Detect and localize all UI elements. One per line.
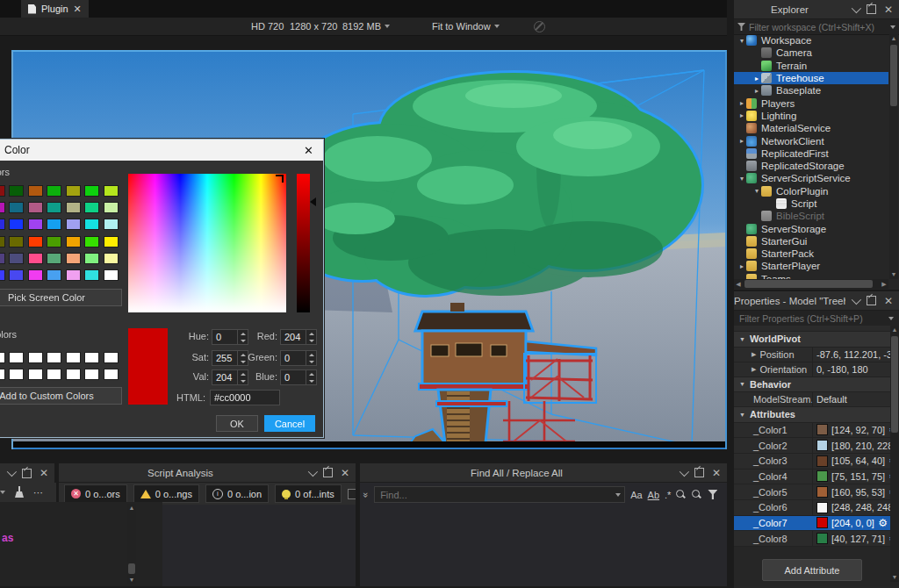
regex-button[interactable]: .* xyxy=(665,490,671,500)
basic-color-swatch[interactable] xyxy=(0,253,5,264)
basic-color-swatch[interactable] xyxy=(28,202,43,213)
basic-color-swatch[interactable] xyxy=(47,219,61,230)
explorer-item-networkclient[interactable]: ▸NetworkClient xyxy=(734,134,888,147)
custom-color-swatch[interactable] xyxy=(9,369,24,380)
chevron-collapsed-icon[interactable]: ▸ xyxy=(737,99,746,107)
close-icon[interactable]: ✕ xyxy=(712,468,721,478)
basic-color-swatch[interactable] xyxy=(9,202,24,213)
filter-results-icon[interactable] xyxy=(708,490,717,499)
explorer-item-camera[interactable]: Camera xyxy=(734,47,888,59)
custom-color-swatch[interactable] xyxy=(66,369,81,380)
explorer-item-workspace[interactable]: ▾Workspace xyxy=(734,34,888,47)
basic-color-swatch[interactable] xyxy=(47,202,61,213)
explorer-item-players[interactable]: ▸Players xyxy=(734,97,888,109)
more-options-icon[interactable]: ⋯ xyxy=(33,487,44,498)
basic-color-swatch[interactable] xyxy=(28,185,43,197)
attribute-value-cell[interactable]: [248, 248, 248]⚙ xyxy=(813,502,890,513)
properties-filter[interactable] xyxy=(734,311,899,326)
chevron-expanded-icon[interactable]: ▾ xyxy=(752,187,761,195)
explorer-item-materialservice[interactable]: MaterialService xyxy=(734,122,888,134)
basic-color-swatch[interactable] xyxy=(0,202,5,213)
basic-color-swatch[interactable] xyxy=(28,269,43,281)
chevron-down-icon[interactable] xyxy=(888,317,894,320)
attribute-row-color4[interactable]: _Color4[75, 151, 75]⚙ xyxy=(734,470,890,485)
close-icon[interactable]: ✕ xyxy=(884,296,893,306)
find-input-wrap[interactable] xyxy=(374,486,625,503)
basic-color-swatch[interactable] xyxy=(104,219,119,230)
basic-color-swatch[interactable] xyxy=(9,185,24,197)
attribute-value-cell[interactable]: [180, 210, 228]⚙ xyxy=(813,440,890,451)
custom-color-swatch[interactable] xyxy=(0,352,5,363)
explorer-item-baseplate[interactable]: ▸Baseplate xyxy=(734,84,888,97)
hue-saturation-gradient[interactable] xyxy=(128,174,286,312)
replace-all-icon[interactable] xyxy=(692,490,702,500)
attribute-value-cell[interactable]: [204, 0, 0]⚙ xyxy=(813,517,890,528)
popout-icon[interactable] xyxy=(323,468,333,477)
record-disabled-icon[interactable] xyxy=(534,21,545,32)
basic-color-swatch[interactable] xyxy=(0,236,5,247)
chevron-down-icon[interactable] xyxy=(890,25,895,29)
ok-button[interactable]: OK xyxy=(216,415,258,432)
explorer-item-serverscriptservice[interactable]: ▾ServerScriptService xyxy=(734,172,888,184)
basic-color-swatch[interactable] xyxy=(28,219,43,230)
gear-icon[interactable]: ⚙ xyxy=(878,518,888,528)
basic-color-swatch[interactable] xyxy=(9,236,24,247)
basic-color-swatch[interactable] xyxy=(28,236,43,247)
color-swatch-icon[interactable] xyxy=(816,470,828,482)
close-icon[interactable]: ✕ xyxy=(304,144,313,157)
property-value-cell[interactable]: Default xyxy=(813,394,890,405)
output-vertical-scrollbar[interactable]: ▲ ▼ xyxy=(127,504,136,584)
close-icon[interactable]: ✕ xyxy=(884,4,893,15)
section-worldpivot[interactable]: ▼WorldPivot xyxy=(734,332,890,348)
explorer-filter-input[interactable] xyxy=(749,22,887,32)
attribute-row-color3[interactable]: _Color3[105, 64, 40]⚙ xyxy=(734,454,890,470)
basic-color-swatch[interactable] xyxy=(104,236,119,247)
custom-color-swatch[interactable] xyxy=(0,369,5,380)
basic-color-swatch[interactable] xyxy=(84,202,99,213)
basic-color-swatch[interactable] xyxy=(28,253,43,264)
property-value-cell[interactable]: 0, -180, 180 xyxy=(813,364,890,375)
custom-color-swatch[interactable] xyxy=(47,352,61,363)
property-orientation[interactable]: ▶Orientation0, -180, 180 xyxy=(734,362,890,377)
basic-color-swatch[interactable] xyxy=(9,269,24,281)
attribute-row-color6[interactable]: _Color6[248, 248, 248]⚙ xyxy=(734,500,890,516)
explorer-filter[interactable] xyxy=(734,19,899,35)
color-swatch-icon[interactable] xyxy=(816,517,828,528)
whole-word-button[interactable]: Ab xyxy=(648,490,659,500)
memory-dropdown[interactable]: 8192 MB xyxy=(342,21,390,32)
custom-color-swatch[interactable] xyxy=(104,369,119,380)
basic-color-swatch[interactable] xyxy=(47,253,61,264)
red-spinbox[interactable]: 204 xyxy=(280,329,317,345)
explorer-item-biblescript[interactable]: BibleScript xyxy=(734,210,888,222)
property-value-cell[interactable]: -87.6, 112.201, -31... xyxy=(813,349,890,360)
basic-color-swatch[interactable] xyxy=(66,269,81,281)
display-only-checkbox[interactable]: Display onl xyxy=(348,489,356,499)
basic-color-swatch[interactable] xyxy=(104,269,119,281)
explorer-vertical-scrollbar[interactable]: ▲ ▼ xyxy=(889,34,898,279)
chevron-collapsed-icon[interactable]: ▶ xyxy=(752,351,756,358)
basic-color-swatch[interactable] xyxy=(66,202,81,213)
property-modelstream[interactable]: ModelStream...Default xyxy=(734,392,890,407)
chevron-down-icon[interactable] xyxy=(852,3,861,12)
explorer-item-serverstorage[interactable]: ServerStorage xyxy=(734,222,888,234)
color-swatch-icon[interactable] xyxy=(816,486,828,498)
basic-color-swatch[interactable] xyxy=(47,236,61,247)
custom-color-swatch[interactable] xyxy=(104,352,119,363)
attribute-row-color1[interactable]: _Color1[124, 92, 70]⚙ xyxy=(734,423,890,439)
popout-icon[interactable] xyxy=(867,4,876,14)
cancel-button[interactable]: Cancel xyxy=(264,415,315,432)
basic-color-swatch[interactable] xyxy=(66,236,81,247)
basic-color-swatch[interactable] xyxy=(84,185,99,197)
chevron-collapsed-icon[interactable]: ▶ xyxy=(752,366,756,373)
basic-color-swatch[interactable] xyxy=(66,253,81,264)
chevron-down-icon[interactable] xyxy=(615,493,621,497)
find-all-icon[interactable] xyxy=(676,490,687,500)
section-behavior[interactable]: ▼Behavior xyxy=(734,377,890,393)
basic-color-swatch[interactable] xyxy=(47,269,61,281)
color-swatch-icon[interactable] xyxy=(816,440,828,451)
basic-color-swatch[interactable] xyxy=(84,236,99,247)
expand-replace-icon[interactable]: » xyxy=(361,491,371,497)
output-panel-body[interactable]: as ▲ ▼ xyxy=(0,502,162,586)
property-position[interactable]: ▶Position-87.6, 112.201, -31... xyxy=(734,348,890,362)
custom-color-swatch[interactable] xyxy=(28,369,43,380)
